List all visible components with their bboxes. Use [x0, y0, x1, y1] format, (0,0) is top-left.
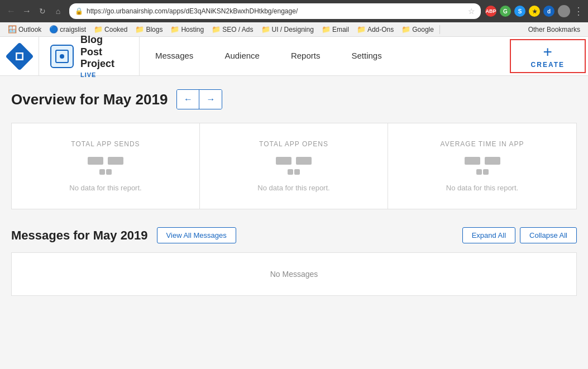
placeholder-dash	[99, 169, 105, 175]
app-logo	[0, 37, 39, 75]
stat-no-data-sends: No data for this report.	[69, 184, 141, 192]
placeholder-block	[485, 157, 500, 165]
placeholder-block	[465, 157, 480, 165]
create-button[interactable]: + CREATE	[522, 40, 573, 73]
extension-star-icon[interactable]: ★	[529, 6, 540, 17]
overview-header: Overview for May 2019 ← →	[11, 89, 577, 109]
bookmarks-separator	[439, 25, 440, 34]
bookmark-label: Cooked	[104, 26, 127, 33]
address-bar[interactable]: 🔒 https://go.urbanairship.com/apps/dE3qA…	[69, 3, 481, 19]
stat-value-sends	[88, 157, 123, 165]
folder-icon: 📁	[261, 25, 270, 33]
browser-toolbar: ← → ↻ ⌂ 🔒 https://go.urbanairship.com/ap…	[4, 3, 584, 22]
home-button[interactable]: ⌂	[51, 4, 65, 18]
nav-item-reports[interactable]: Reports	[275, 37, 336, 75]
back-button[interactable]: ←	[4, 4, 18, 18]
project-icon-inner	[55, 50, 69, 63]
bookmark-google[interactable]: 📁 Google	[398, 24, 437, 35]
folder-icon: 📁	[322, 25, 331, 33]
bookmark-seo-ads[interactable]: 📁 SEO / Ads	[208, 24, 256, 35]
folder-icon: 📁	[135, 25, 144, 33]
bookmark-craigslist[interactable]: 🔵 craigslist	[46, 24, 89, 35]
nav-item-settings[interactable]: Settings	[336, 37, 397, 75]
stat-sub-opens	[288, 169, 300, 175]
folder-icon: 📁	[170, 25, 179, 33]
bookmark-add-ons[interactable]: 📁 Add-Ons	[353, 24, 397, 35]
grammarly-icon[interactable]: G	[500, 6, 511, 17]
app-header: Blog Post Project LIVE Messages Audience…	[0, 37, 588, 76]
placeholder-block	[296, 157, 312, 165]
browser-chrome: ← → ↻ ⌂ 🔒 https://go.urbanairship.com/ap…	[0, 0, 588, 22]
messages-header: Messages for May 2019 View All Messages …	[11, 227, 577, 243]
placeholder-dash	[483, 169, 489, 175]
create-plus-icon: +	[543, 44, 552, 60]
bookmark-label: UI / Designing	[272, 26, 314, 33]
folder-icon: 📁	[357, 25, 366, 33]
nav-item-messages[interactable]: Messages	[140, 37, 209, 75]
project-icon	[50, 45, 74, 68]
placeholder-dash	[294, 169, 300, 175]
date-navigation: ← →	[176, 89, 222, 109]
stat-card-total-app-sends: TOTAL APP SENDS No data for this report.	[12, 123, 200, 209]
outlook-icon: 🪟	[8, 25, 17, 33]
project-status: LIVE	[80, 71, 114, 78]
forward-button[interactable]: →	[20, 4, 34, 18]
stats-grid: TOTAL APP SENDS No data for this report.…	[11, 123, 577, 209]
bookmark-label: Add-Ons	[367, 26, 394, 33]
project-name: Blog Post Project	[80, 34, 114, 70]
svg-marker-0	[13, 50, 26, 63]
create-label: CREATE	[531, 61, 565, 69]
bookmark-star-button[interactable]: ☆	[468, 7, 475, 16]
stat-card-total-app-opens: TOTAL APP OPENS No data for this report.	[200, 123, 388, 209]
adblock-icon[interactable]: ABP	[485, 6, 496, 17]
stat-no-data-avg-time: No data for this report.	[446, 184, 518, 192]
bookmark-label: Outlook	[18, 26, 41, 33]
folder-icon: 📁	[401, 25, 410, 33]
dashlane-icon[interactable]: d	[543, 6, 554, 17]
stat-label-opens: TOTAL APP OPENS	[259, 140, 328, 148]
view-all-messages-button[interactable]: View All Messages	[157, 227, 236, 243]
chrome-menu-button[interactable]: ⋮	[573, 5, 584, 17]
nav-item-audience[interactable]: Audience	[209, 37, 275, 75]
bookmark-blogs[interactable]: 📁 Blogs	[132, 24, 166, 35]
bookmark-ui-designing[interactable]: 📁 UI / Designing	[258, 24, 317, 35]
prev-period-button[interactable]: ←	[177, 90, 199, 109]
folder-icon: 📁	[212, 25, 221, 33]
placeholder-block	[108, 157, 123, 165]
project-text: Blog Post Project LIVE	[80, 34, 114, 78]
bookmark-label: Google	[412, 26, 434, 33]
lock-icon: 🔒	[75, 7, 83, 15]
stat-sub-avg-time	[476, 169, 489, 175]
bookmark-other[interactable]: Other Bookmarks	[525, 25, 584, 35]
bookmark-cooked[interactable]: 📁 Cooked	[90, 24, 131, 35]
bookmark-label: craigslist	[60, 26, 86, 33]
stat-no-data-opens: No data for this report.	[257, 184, 329, 192]
refresh-button[interactable]: ↻	[36, 4, 49, 18]
messages-title: Messages for May 2019	[11, 228, 148, 243]
nav-buttons: ← → ↻ ⌂	[4, 4, 65, 18]
bookmark-email[interactable]: 📁 Email	[318, 24, 352, 35]
craigslist-icon: 🔵	[49, 25, 58, 33]
create-button-container: + CREATE	[510, 39, 586, 73]
bookmark-label: Email	[332, 26, 349, 33]
placeholder-dash	[476, 169, 482, 175]
expand-all-button[interactable]: Expand All	[462, 227, 515, 243]
stat-label-sends: TOTAL APP SENDS	[71, 140, 140, 148]
bookmark-outlook[interactable]: 🪟 Outlook	[4, 24, 45, 35]
bookmark-label: SEO / Ads	[222, 26, 253, 33]
logo-diamond	[5, 42, 34, 70]
stat-label-avg-time: AVERAGE TIME IN APP	[441, 140, 524, 148]
collapse-all-button[interactable]: Collapse All	[520, 227, 577, 243]
messages-actions: Expand All Collapse All	[462, 227, 577, 243]
user-avatar[interactable]	[558, 5, 570, 17]
placeholder-dash	[288, 169, 293, 175]
placeholder-block	[88, 157, 103, 165]
folder-icon: 📁	[94, 25, 103, 33]
skype-icon[interactable]: S	[514, 6, 525, 17]
main-content: Overview for May 2019 ← → TOTAL APP SEND…	[0, 76, 588, 309]
next-period-button[interactable]: →	[199, 90, 222, 109]
app-nav: Messages Audience Reports Settings	[140, 37, 508, 75]
url-text: https://go.urbanairship.com/apps/dE3qANi…	[87, 7, 465, 15]
no-messages-box: No Messages	[11, 252, 577, 296]
bookmark-hosting[interactable]: 📁 Hosting	[167, 24, 207, 35]
